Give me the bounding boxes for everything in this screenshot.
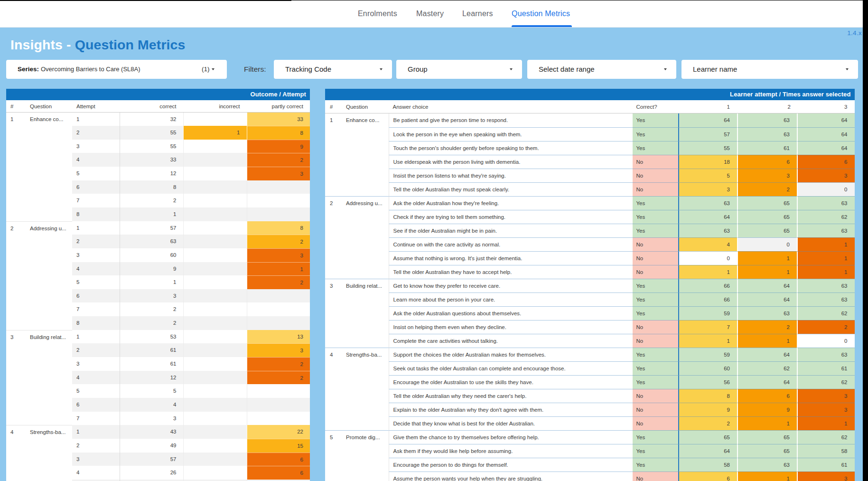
correct-flag-cell[interactable]: No	[633, 182, 679, 196]
attempt-3-count-cell[interactable]: 3	[797, 472, 855, 481]
incorrect-count-cell[interactable]	[183, 140, 247, 153]
answers-col-2[interactable]: 2	[738, 100, 798, 113]
answer-choice-cell[interactable]: Tell the older Australian they have to a…	[389, 265, 629, 279]
attempt-1-count-cell[interactable]: 5	[678, 169, 737, 182]
correct-count-cell[interactable]: 26	[120, 466, 183, 480]
correct-flag-cell[interactable]: No	[633, 389, 679, 403]
incorrect-count-cell[interactable]	[183, 180, 247, 194]
attempt-3-count-cell[interactable]: 62	[797, 210, 855, 224]
attempt-1-count-cell[interactable]: 57	[678, 127, 737, 141]
answer-choice-cell[interactable]: Complete the care activities without tal…	[389, 334, 629, 348]
attempt-cell[interactable]: 7	[72, 194, 120, 207]
correct-flag-cell[interactable]: Yes	[633, 279, 679, 292]
answer-choice-cell[interactable]: Use elderspeak with the person living wi…	[389, 155, 629, 169]
partly-correct-count-cell[interactable]: 33	[247, 113, 310, 126]
filter-dropdown-learner-name[interactable]: Learner name	[681, 60, 858, 79]
correct-flag-cell[interactable]: Yes	[633, 430, 679, 444]
partly-correct-count-cell[interactable]: 3	[247, 248, 310, 262]
question-number[interactable]: 3	[6, 330, 23, 425]
outcome-col-incorrect[interactable]: incorrect	[183, 100, 247, 113]
incorrect-count-cell[interactable]	[183, 113, 247, 126]
incorrect-count-cell[interactable]	[183, 398, 247, 412]
attempt-3-count-cell[interactable]: 3	[797, 389, 855, 403]
answer-choice-cell[interactable]: Seek out tasks the older Australian can …	[389, 361, 629, 375]
correct-flag-cell[interactable]: No	[633, 251, 679, 265]
attempt-cell[interactable]: 3	[72, 248, 120, 262]
question-number[interactable]: 2	[325, 196, 343, 279]
attempt-cell[interactable]: 7	[72, 302, 120, 316]
attempt-cell[interactable]: 8	[72, 207, 120, 221]
correct-flag-cell[interactable]: No	[633, 155, 679, 169]
attempt-1-count-cell[interactable]: 7	[678, 320, 737, 334]
partly-correct-count-cell[interactable]: 9	[247, 140, 310, 153]
correct-flag-cell[interactable]: No	[633, 320, 679, 334]
partly-correct-count-cell[interactable]	[247, 194, 310, 207]
attempt-3-count-cell[interactable]: 1	[797, 251, 855, 265]
correct-flag-cell[interactable]: No	[633, 416, 679, 430]
attempt-cell[interactable]: 6	[72, 180, 120, 194]
answer-choice-cell[interactable]: Tell the older Australian why they need …	[389, 389, 629, 403]
question-name[interactable]: Enhance co...	[23, 113, 72, 221]
answer-choice-cell[interactable]: Insist the person listens to what they'r…	[389, 169, 629, 182]
correct-count-cell[interactable]: 2	[120, 316, 183, 330]
correct-count-cell[interactable]: 2	[120, 302, 183, 316]
attempt-cell[interactable]: 4	[72, 371, 120, 385]
attempt-2-count-cell[interactable]: 6	[737, 155, 797, 169]
answer-choice-cell[interactable]: Give them the chance to try themselves b…	[389, 430, 629, 444]
attempt-1-count-cell[interactable]: 3	[678, 182, 737, 196]
attempt-cell[interactable]: 3	[72, 453, 120, 466]
attempt-cell[interactable]: 7	[72, 412, 120, 425]
attempt-2-count-cell[interactable]: 2	[737, 182, 797, 196]
attempt-1-count-cell[interactable]: 66	[678, 292, 737, 306]
outcome-col-partly-correct[interactable]: partly correct	[247, 100, 310, 113]
tab-learners[interactable]: Learners	[462, 4, 493, 24]
answer-choice-cell[interactable]: Explain to the older Australian why they…	[389, 403, 629, 416]
correct-count-cell[interactable]: 53	[120, 330, 183, 344]
correct-count-cell[interactable]: 55	[120, 140, 183, 153]
attempt-cell[interactable]: 8	[72, 316, 120, 330]
answer-choice-cell[interactable]: Get to know how they prefer to receive c…	[389, 279, 629, 292]
attempt-3-count-cell[interactable]: 63	[797, 348, 855, 361]
question-name[interactable]: Addressing u...	[343, 196, 389, 279]
incorrect-count-cell[interactable]	[183, 425, 247, 439]
incorrect-count-cell[interactable]	[183, 302, 247, 316]
attempt-3-count-cell[interactable]: 1	[797, 265, 855, 279]
attempt-cell[interactable]: 3	[72, 140, 120, 153]
attempt-cell[interactable]: 2	[72, 343, 120, 357]
incorrect-count-cell[interactable]	[183, 194, 247, 207]
incorrect-count-cell[interactable]	[183, 167, 247, 180]
attempt-2-count-cell[interactable]: 65	[737, 196, 797, 210]
partly-correct-count-cell[interactable]: 22	[247, 425, 310, 439]
partly-correct-count-cell[interactable]	[247, 316, 310, 330]
attempt-3-count-cell[interactable]: 62	[797, 430, 855, 444]
correct-flag-cell[interactable]: Yes	[633, 224, 679, 237]
attempt-cell[interactable]: 1	[72, 330, 120, 344]
answer-choice-cell[interactable]: See if the older Australian might be in …	[389, 224, 629, 237]
attempt-1-count-cell[interactable]: 64	[678, 210, 737, 224]
attempt-cell[interactable]: 1	[72, 425, 120, 439]
incorrect-count-cell[interactable]	[183, 439, 247, 453]
filter-dropdown-group[interactable]: Group	[396, 60, 522, 79]
attempt-1-count-cell[interactable]: 18	[678, 155, 737, 169]
attempt-3-count-cell[interactable]: 61	[797, 458, 855, 472]
answer-choice-cell[interactable]: Decide that they know what is best for t…	[389, 416, 629, 430]
attempt-2-count-cell[interactable]: 64	[737, 375, 797, 389]
question-name[interactable]: Building relat...	[23, 330, 72, 425]
attempt-2-count-cell[interactable]: 63	[737, 113, 797, 127]
incorrect-count-cell[interactable]	[183, 357, 247, 371]
attempt-cell[interactable]: 2	[72, 235, 120, 248]
correct-count-cell[interactable]: 8	[120, 180, 183, 194]
correct-count-cell[interactable]: 12	[120, 167, 183, 180]
attempt-cell[interactable]: 5	[72, 384, 120, 398]
correct-flag-cell[interactable]: No	[633, 472, 679, 481]
question-name[interactable]: Strengths-ba...	[23, 425, 72, 481]
attempt-1-count-cell[interactable]: 58	[678, 458, 737, 472]
correct-count-cell[interactable]: 57	[120, 453, 183, 466]
incorrect-count-cell[interactable]	[183, 248, 247, 262]
attempt-1-count-cell[interactable]: 56	[678, 375, 737, 389]
answer-choice-cell[interactable]: Encourage the older Australian to use th…	[389, 375, 629, 389]
incorrect-count-cell[interactable]	[183, 371, 247, 385]
outcome-col-[interactable]: #	[10, 100, 13, 113]
partly-correct-count-cell[interactable]: 13	[247, 330, 310, 344]
attempt-1-count-cell[interactable]: 0	[678, 251, 737, 265]
